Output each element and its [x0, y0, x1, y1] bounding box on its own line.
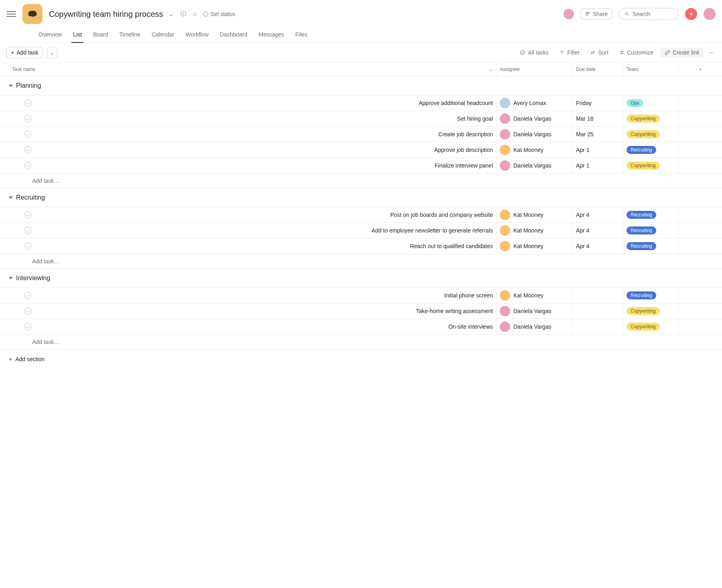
chevron-down-icon[interactable]: ⌄ [167, 10, 175, 18]
due-date-cell[interactable]: Apr 1 [573, 158, 623, 173]
tab-messages[interactable]: Messages [253, 28, 290, 42]
complete-checkbox[interactable] [24, 146, 31, 154]
assignee-cell[interactable]: Daniela Vargas [497, 127, 573, 142]
task-row[interactable]: Post on job boards and company websiteKa… [0, 207, 722, 222]
task-name[interactable]: Set hiring goal [457, 115, 493, 122]
user-avatar[interactable] [704, 8, 716, 20]
tab-calendar[interactable]: Calendar [146, 28, 180, 42]
task-name[interactable]: Approve job description [434, 147, 493, 153]
team-cell[interactable]: Recruiting [623, 238, 679, 254]
create-link-button[interactable]: Create link [661, 47, 704, 58]
complete-checkbox[interactable] [24, 323, 31, 330]
share-button[interactable]: Share [580, 8, 612, 20]
project-member-avatar[interactable] [564, 9, 574, 19]
search-input-wrapper[interactable] [619, 8, 679, 20]
col-task-name[interactable]: Task name ⌄ [9, 63, 497, 76]
team-cell[interactable]: Recruiting [623, 288, 679, 303]
filter-button[interactable]: Filter [556, 48, 583, 57]
task-row[interactable]: Take-home writing assessmentDaniela Varg… [0, 303, 722, 319]
due-date-cell[interactable]: Apr 4 [573, 207, 623, 222]
col-assignee[interactable]: Assignee [497, 63, 573, 76]
task-row[interactable]: Approve job descriptionKat MooneyApr 1Re… [0, 142, 722, 158]
team-cell[interactable]: Recruiting [623, 207, 679, 222]
all-tasks-filter[interactable]: All tasks [517, 48, 552, 57]
task-name[interactable]: Initial phone screen [444, 292, 493, 299]
assignee-cell[interactable]: Kat Mooney [497, 142, 573, 158]
section-collapse-icon[interactable] [9, 196, 13, 199]
assignee-cell[interactable]: Daniela Vargas [497, 158, 573, 173]
complete-checkbox[interactable] [24, 131, 31, 138]
add-column-button[interactable]: + [679, 63, 722, 76]
add-task-row[interactable]: Add task… [0, 334, 722, 350]
add-task-button[interactable]: + Add task [6, 47, 43, 58]
complete-checkbox[interactable] [24, 162, 31, 169]
team-cell[interactable]: Ops [623, 95, 679, 111]
due-date-cell[interactable]: Mar 18 [573, 111, 623, 126]
task-name[interactable]: Create job description [438, 131, 493, 137]
project-title[interactable]: Copywriting team hiring process [49, 10, 163, 19]
task-row[interactable]: Approve additional headcountAvery LomaxF… [0, 95, 722, 111]
team-cell[interactable]: Copywriting [623, 127, 679, 142]
tab-workflow[interactable]: Workflow [180, 28, 214, 42]
team-cell[interactable]: Copywriting [623, 319, 679, 334]
info-icon[interactable]: ⓘ [179, 10, 187, 18]
tab-board[interactable]: Board [87, 28, 114, 42]
section-collapse-icon[interactable] [9, 85, 13, 87]
section-title[interactable]: Recruiting [16, 194, 45, 201]
add-task-dropdown[interactable]: ⌄ [47, 47, 57, 58]
task-row[interactable]: Initial phone screenKat MooneyRecruiting [0, 287, 722, 303]
assignee-cell[interactable]: Kat Mooney [497, 207, 573, 222]
assignee-cell[interactable]: Daniela Vargas [497, 303, 573, 319]
tab-files[interactable]: Files [290, 28, 313, 42]
due-date-cell[interactable]: Apr 4 [573, 238, 623, 254]
more-actions-icon[interactable]: ⋯ [708, 48, 716, 57]
team-cell[interactable]: Copywriting [623, 158, 679, 173]
assignee-cell[interactable]: Daniela Vargas [497, 111, 573, 126]
section-title[interactable]: Planning [16, 82, 41, 89]
sort-button[interactable]: Sort [587, 48, 612, 57]
task-row[interactable]: Create job descriptionDaniela VargasMar … [0, 126, 722, 142]
task-row[interactable]: Add to employee newsletter to generate r… [0, 222, 722, 238]
assignee-cell[interactable]: Kat Mooney [497, 288, 573, 303]
customize-button[interactable]: Customize [616, 48, 657, 57]
complete-checkbox[interactable] [24, 115, 31, 122]
due-date-cell[interactable] [573, 303, 623, 319]
task-name[interactable]: Take-home writing assessment [416, 308, 493, 314]
task-name[interactable]: Reach out to qualified candidates [410, 243, 493, 249]
task-name[interactable]: Add to employee newsletter to generate r… [371, 227, 493, 234]
task-name[interactable]: On-site interviews [448, 323, 493, 330]
complete-checkbox[interactable] [24, 99, 31, 107]
tab-timeline[interactable]: Timeline [114, 28, 146, 42]
complete-checkbox[interactable] [24, 292, 31, 299]
team-cell[interactable]: Recruiting [623, 223, 679, 238]
assignee-cell[interactable]: Avery Lomax [497, 95, 573, 111]
due-date-cell[interactable]: Apr 4 [573, 223, 623, 238]
complete-checkbox[interactable] [24, 227, 31, 234]
section-title[interactable]: Interviewing [16, 275, 50, 282]
task-row[interactable]: Finalize interview panelDaniela VargasAp… [0, 158, 722, 173]
task-row[interactable]: On-site interviewsDaniela VargasCopywrit… [0, 319, 722, 334]
due-date-cell[interactable]: Apr 1 [573, 142, 623, 158]
search-input[interactable] [633, 11, 673, 17]
star-icon[interactable]: ☆ [191, 10, 199, 18]
add-section-button[interactable]: + Add section [0, 350, 722, 369]
chevron-down-icon[interactable]: ⌄ [489, 67, 493, 72]
team-cell[interactable]: Copywriting [623, 111, 679, 126]
complete-checkbox[interactable] [24, 242, 31, 250]
complete-checkbox[interactable] [24, 211, 31, 218]
menu-toggle-icon[interactable] [6, 9, 16, 19]
due-date-cell[interactable] [573, 319, 623, 334]
assignee-cell[interactable]: Kat Mooney [497, 238, 573, 254]
due-date-cell[interactable]: Mar 25 [573, 127, 623, 142]
task-row[interactable]: Reach out to qualified candidatesKat Moo… [0, 238, 722, 254]
tab-overview[interactable]: Overview [33, 28, 67, 42]
col-team[interactable]: Team [623, 63, 679, 76]
assignee-cell[interactable]: Daniela Vargas [497, 319, 573, 334]
task-name[interactable]: Post on job boards and company website [390, 212, 493, 218]
task-name[interactable]: Finalize interview panel [434, 162, 493, 169]
complete-checkbox[interactable] [24, 307, 31, 315]
assignee-cell[interactable]: Kat Mooney [497, 223, 573, 238]
col-due-date[interactable]: Due date [573, 63, 623, 76]
team-cell[interactable]: Copywriting [623, 303, 679, 319]
task-name[interactable]: Approve additional headcount [419, 100, 493, 106]
